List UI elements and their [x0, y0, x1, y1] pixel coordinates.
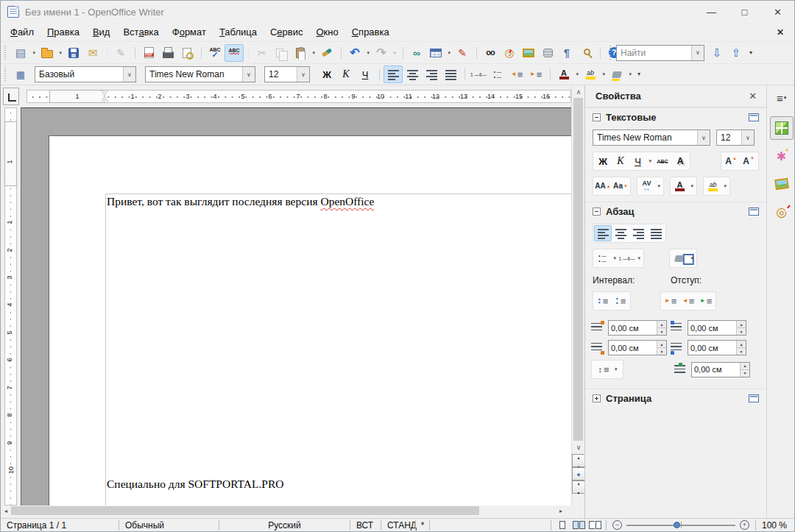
expand-icon[interactable]	[593, 394, 601, 402]
language-status[interactable]: Русский	[219, 520, 350, 531]
italic-button[interactable]: К	[336, 65, 356, 83]
menu-file[interactable]: Файл	[4, 24, 40, 40]
sidebar-align-left-button[interactable]	[594, 225, 612, 241]
sidebar-decrease-font-button[interactable]	[740, 153, 757, 169]
data-sources-button[interactable]	[538, 44, 557, 62]
format-paintbrush-button[interactable]	[317, 44, 336, 62]
next-page-button[interactable]	[572, 480, 585, 494]
section-character-header[interactable]: Текстовые	[585, 107, 766, 127]
open-button[interactable]	[38, 44, 64, 62]
close-document-icon[interactable]: ✕	[774, 26, 787, 39]
font-size-select[interactable]: 12	[264, 66, 310, 82]
sidebar-uppercase-button[interactable]	[594, 178, 612, 194]
sidebar-highlighting-button[interactable]	[704, 178, 729, 194]
decrease-indent-button[interactable]	[507, 65, 526, 83]
styles-panel-button[interactable]: ▦	[11, 65, 30, 83]
document-text-line[interactable]: Привет, вот так выглядит последняя верси…	[107, 195, 374, 208]
insert-mode-status[interactable]: ВСТ	[350, 520, 381, 531]
dialog-launcher-icon[interactable]	[749, 394, 759, 402]
draw-functions-button[interactable]	[453, 44, 472, 62]
bold-button[interactable]: Ж	[317, 65, 336, 83]
collapse-icon[interactable]	[593, 208, 601, 216]
page-number-status[interactable]: Страница 1 / 1	[1, 520, 119, 531]
dialog-launcher-icon[interactable]	[749, 113, 759, 121]
sidebar-settings-button[interactable]	[772, 90, 791, 106]
previous-page-button[interactable]	[572, 454, 585, 467]
sidebar-bullet-list-button[interactable]	[594, 250, 618, 266]
spinner-arrows[interactable]: ▲▼	[740, 363, 749, 377]
navigator-button[interactable]	[500, 44, 519, 62]
spinner-arrows[interactable]: ▲▼	[736, 321, 746, 335]
chevron-down-icon[interactable]	[691, 46, 704, 60]
sidebar-decrease-indent-button[interactable]	[679, 293, 697, 309]
edit-file-button[interactable]	[111, 44, 130, 62]
sidebar-align-justify-button[interactable]	[647, 225, 665, 241]
menu-table[interactable]: Таблица	[213, 24, 264, 40]
find-next-button[interactable]	[707, 44, 727, 62]
print-button[interactable]	[158, 44, 177, 62]
increase-indent-button[interactable]	[526, 65, 545, 83]
menu-edit[interactable]: Правка	[40, 24, 86, 40]
horizontal-scrollbar[interactable]: ◂ ▸	[1, 506, 566, 516]
email-document-button[interactable]	[83, 44, 102, 62]
horizontal-scrollbar-thumb[interactable]	[11, 506, 479, 515]
scroll-right-icon[interactable]: ▸	[556, 506, 566, 516]
zoom-slider-track[interactable]	[626, 520, 735, 530]
font-color-button[interactable]	[554, 65, 581, 83]
zoom-button[interactable]	[576, 44, 596, 62]
find-replace-button[interactable]	[481, 44, 500, 62]
sidebar-italic-button[interactable]: К	[612, 153, 629, 169]
export-pdf-button[interactable]	[139, 44, 158, 62]
selection-mode-status[interactable]: СТАНД	[381, 520, 415, 531]
document-text-line[interactable]: Специально для SOFTPORTAL.PRO	[107, 478, 284, 491]
font-name-select[interactable]: Times New Roman	[145, 66, 255, 82]
book-view-button[interactable]	[588, 519, 601, 531]
underline-button[interactable]: Ч	[356, 65, 375, 83]
scroll-up-icon[interactable]: ∧	[572, 85, 585, 98]
sidebar-strikethrough-button[interactable]	[654, 153, 671, 169]
sidebar-close-icon[interactable]: ✕	[746, 91, 759, 102]
save-button[interactable]	[64, 44, 83, 62]
zoom-in-icon[interactable]: +	[740, 520, 749, 530]
vertical-ruler[interactable]: 112345678910	[1, 107, 21, 506]
align-left-button[interactable]	[384, 65, 403, 83]
sidebar-align-right-button[interactable]	[629, 225, 647, 241]
first-line-indent-field[interactable]: 0,00 см ▲▼	[691, 362, 750, 377]
chevron-down-icon[interactable]	[123, 67, 135, 82]
zoom-out-icon[interactable]: −	[612, 520, 622, 530]
autospellcheck-button[interactable]	[225, 44, 244, 62]
menu-insert[interactable]: Вставка	[116, 24, 165, 40]
multi-page-view-button[interactable]	[572, 519, 585, 531]
bullet-list-button[interactable]	[488, 65, 507, 83]
align-right-button[interactable]	[422, 65, 441, 83]
chevron-down-icon[interactable]	[741, 130, 754, 145]
indent-after-field[interactable]: 0,00 см ▲▼	[688, 340, 746, 355]
gallery-button[interactable]	[519, 44, 538, 62]
section-paragraph-header[interactable]: Абзац	[585, 202, 766, 221]
redo-button[interactable]	[372, 44, 398, 62]
new-document-button[interactable]	[11, 44, 38, 62]
line-spacing-button[interactable]	[596, 361, 620, 377]
menu-window[interactable]: Окно	[309, 24, 344, 40]
minimize-button[interactable]: —	[695, 1, 728, 23]
sidebar-tab-navigator[interactable]	[770, 200, 794, 224]
paragraph-style-select[interactable]: Базовый	[35, 66, 136, 82]
chevron-down-icon[interactable]	[297, 67, 309, 82]
sidebar-font-name-select[interactable]: Times New Roman	[593, 130, 710, 146]
menu-tools[interactable]: Сервис	[264, 24, 310, 40]
find-input[interactable]: Найти	[616, 45, 704, 61]
sidebar-font-size-select[interactable]: 12	[716, 130, 755, 146]
chevron-down-icon[interactable]	[697, 130, 710, 145]
formatting-toolbar-more-button[interactable]	[634, 65, 644, 83]
sidebar-increase-font-button[interactable]	[722, 153, 740, 169]
sidebar-bold-button[interactable]: Ж	[594, 153, 612, 169]
chevron-down-icon[interactable]	[242, 67, 255, 82]
sidebar-decrease-spacing-button[interactable]	[612, 293, 629, 309]
undo-button[interactable]	[345, 44, 372, 62]
collapse-icon[interactable]	[593, 113, 601, 121]
insert-table-button[interactable]	[426, 44, 453, 62]
sidebar-align-center-button[interactable]	[612, 225, 629, 241]
close-button[interactable]: ✕	[761, 1, 794, 23]
hyperlink-button[interactable]	[407, 44, 426, 62]
section-page-header[interactable]: Страница	[585, 389, 766, 408]
